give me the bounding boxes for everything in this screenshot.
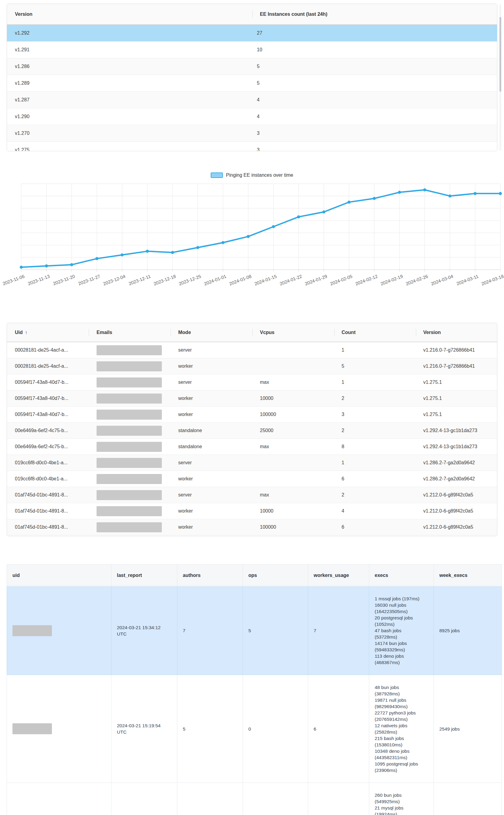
chart-legend[interactable]: Pinging EE instances over time [0, 171, 504, 179]
data-point[interactable] [70, 263, 73, 266]
legend-label: Pinging EE instances over time [226, 172, 293, 178]
mode-cell: standalone [170, 428, 252, 433]
header-divider [252, 11, 253, 18]
emails-cell [89, 410, 170, 420]
table-row[interactable]: v1.289 5 [7, 75, 497, 92]
instance-row[interactable]: 01af745d-01bc-4891-8... worker 10000 4 v… [7, 503, 497, 519]
data-point[interactable] [221, 241, 224, 244]
execs-line: (59483329ms) [375, 646, 428, 653]
mode-cell: server [170, 460, 252, 465]
instance-row[interactable]: 00594f17-43a8-40d7-b... server max 1 v1.… [7, 374, 497, 390]
execs-line: 48 bun jobs [375, 684, 428, 691]
instance-row[interactable]: 00e6469a-6ef2-4c75-b... standalone 25000… [7, 423, 497, 439]
execs-line: 10348 deno jobs [375, 748, 428, 754]
x-axis-label: 2023-12-04 [102, 274, 126, 286]
emails-cell [89, 361, 170, 371]
instance-row[interactable]: 00594f17-43a8-40d7-b... worker 10000 2 v… [7, 390, 497, 407]
data-point[interactable] [448, 194, 451, 197]
x-axis-label: 2023-11-06 [2, 274, 25, 286]
count-cell: 4 [334, 508, 415, 514]
version-cell: v1.275.1 [415, 380, 497, 385]
header-divider [416, 329, 416, 336]
column-header-vcpus[interactable]: Vcpus [252, 323, 334, 342]
report-row[interactable]: 260 bun jobs(549925ms)21 mysql jobs(1992… [7, 783, 502, 815]
column-header-ee-instances-count[interactable]: EE Instances count (last 24h) [252, 4, 497, 24]
uid-cell: 01af745d-01bc-4891-8... [7, 508, 89, 514]
instance-row[interactable]: 00028181-de25-4acf-a... worker 5 v1.216.… [7, 358, 497, 374]
vcpus-cell: 100000 [252, 412, 334, 417]
version-cell: v1.287 [7, 97, 252, 103]
table-row[interactable]: v1.292 27 [7, 25, 497, 42]
data-point[interactable] [322, 210, 325, 213]
line-chart[interactable]: 2023-11-062023-11-132023-11-202023-11-27… [0, 170, 504, 292]
instance-row[interactable]: 01af745d-01bc-4891-8... server max 2 v1.… [7, 487, 497, 503]
execs-line: (19924ms) [375, 811, 428, 815]
report-row[interactable]: 2024-03-21 15:34:12 UTC 7 5 7 1 mssql jo… [7, 586, 502, 675]
data-point[interactable] [247, 235, 250, 238]
last-report-cell: 2024-03-21 15:34:12 UTC [111, 586, 177, 675]
uid-cell [7, 783, 111, 815]
table-row[interactable]: v1.270 3 [7, 125, 497, 142]
table-row[interactable]: v1.290 4 [7, 108, 497, 125]
column-header-mode[interactable]: Mode [170, 323, 252, 342]
data-point[interactable] [121, 253, 124, 256]
column-header-version[interactable]: Version [415, 323, 497, 342]
column-header-workers-usage: workers_usage [308, 564, 369, 586]
redacted-email-block [97, 458, 162, 468]
report-table: uid last_report authors ops workers_usag… [7, 564, 502, 815]
table-row[interactable]: v1.286 5 [7, 58, 497, 75]
data-point[interactable] [499, 192, 502, 195]
execs-line: (23906ms) [375, 767, 428, 773]
legend-swatch-icon [211, 172, 223, 178]
data-point[interactable] [398, 191, 401, 194]
report-row[interactable]: 2024-03-21 15:19:54 UTC 5 0 6 48 bun job… [7, 675, 502, 783]
count-cell: 3 [252, 147, 497, 151]
uid-cell: 01af745d-01bc-4891-8... [7, 524, 89, 530]
instance-row[interactable]: 01af745d-01bc-4891-8... worker 100000 6 … [7, 519, 497, 535]
count-cell: 6 [334, 476, 415, 482]
header-divider [252, 329, 253, 336]
data-point[interactable] [95, 257, 98, 260]
data-point[interactable] [373, 197, 376, 200]
data-point[interactable] [348, 201, 351, 204]
column-header-emails[interactable]: Emails [89, 323, 170, 342]
column-header-label: Uid [15, 330, 23, 335]
data-point[interactable] [297, 215, 300, 218]
instance-row[interactable]: 00594f17-43a8-40d7-b... worker 100000 3 … [7, 407, 497, 423]
instance-row[interactable]: 00e6469a-6ef2-4c75-b... standalone max 8… [7, 439, 497, 455]
ops-cell [243, 783, 308, 815]
data-point[interactable] [45, 264, 48, 268]
table-row[interactable]: v1.291 10 [7, 42, 497, 58]
data-point[interactable] [196, 246, 199, 249]
execs-line: 1095 postgresql jobs [375, 761, 428, 767]
data-point[interactable] [146, 250, 149, 253]
table-row[interactable]: v1.275 3 [7, 142, 497, 151]
execs-line: 20 postgresql jobs [375, 615, 428, 621]
version-cell: v1.275.1 [415, 412, 497, 417]
uid-cell: 00028181-de25-4acf-a... [7, 347, 89, 353]
authors-cell [177, 783, 243, 815]
column-header-version[interactable]: Version [7, 4, 252, 24]
data-point[interactable] [474, 192, 477, 195]
column-header-uid[interactable]: Uid ↑ [7, 323, 89, 342]
data-point[interactable] [423, 188, 426, 191]
series-line [21, 190, 500, 267]
instances-table-header: Uid ↑ Emails Mode Vcpus Count Version [7, 323, 497, 342]
instance-row[interactable]: 019cc6f8-d0c0-4be1-a... server 1 v1.286.… [7, 455, 497, 471]
uid-cell: 00e6469a-6ef2-4c75-b... [7, 428, 89, 433]
data-point[interactable] [20, 266, 23, 269]
emails-cell [89, 522, 170, 532]
table-row[interactable]: v1.287 4 [7, 92, 497, 108]
data-point[interactable] [171, 251, 174, 254]
x-axis-label: 2023-11-20 [52, 274, 76, 286]
instance-row[interactable]: 00028181-de25-4acf-a... server 1 v1.216.… [7, 342, 497, 358]
scrollbar-thumb[interactable] [499, 17, 501, 92]
ops-cell: 0 [243, 675, 308, 783]
data-point[interactable] [272, 225, 275, 228]
execs-line: 113 deno jobs [375, 653, 428, 659]
emails-cell [89, 474, 170, 484]
column-header-count[interactable]: Count [334, 323, 415, 342]
header-divider [89, 329, 89, 336]
instance-row[interactable]: 019cc6f8-d0c0-4be1-a... worker 6 v1.286.… [7, 471, 497, 487]
authors-cell: 7 [177, 586, 243, 675]
